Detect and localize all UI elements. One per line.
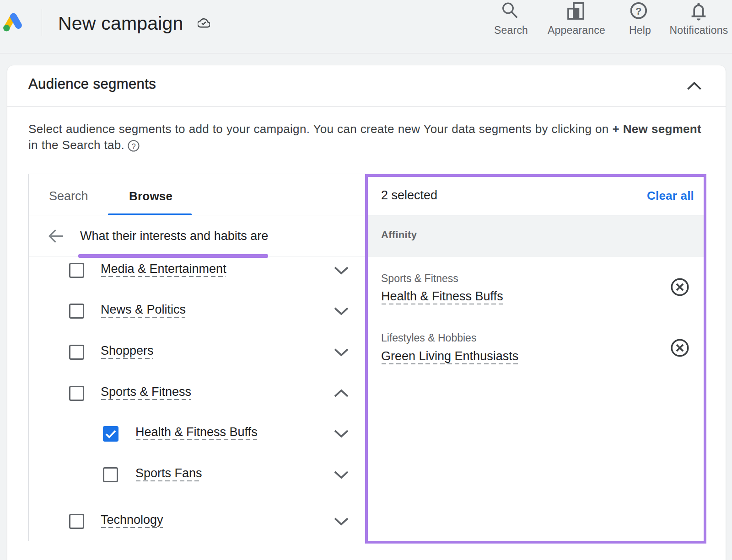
svg-text:?: ? xyxy=(635,5,641,17)
svg-text:?: ? xyxy=(131,142,135,150)
